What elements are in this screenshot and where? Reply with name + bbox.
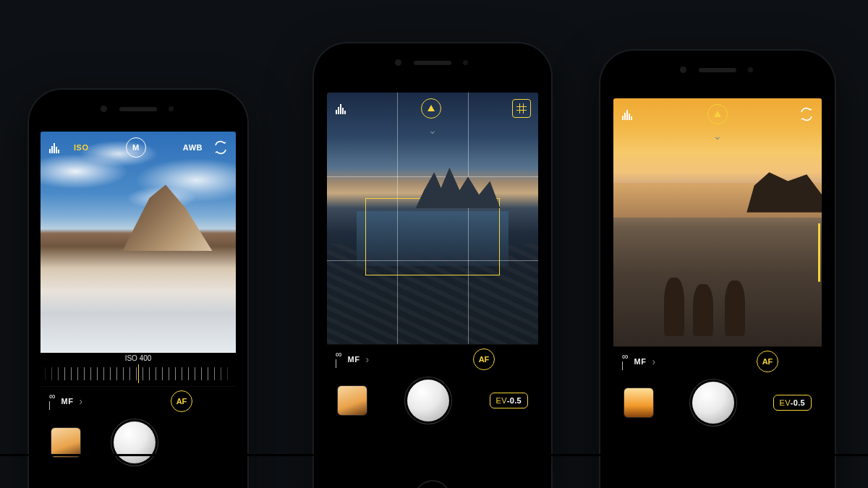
autofocus-button[interactable]: AF — [473, 348, 495, 370]
phone-left: ISO M AWB ISO 400 ∞ — [29, 90, 247, 488]
histogram-icon[interactable] — [48, 140, 64, 155]
last-photo-thumbnail[interactable] — [51, 427, 81, 458]
focus-distance-indicator: ∞ — [622, 352, 629, 371]
exposure-slider[interactable] — [818, 143, 820, 282]
iso-button[interactable]: ISO — [74, 143, 88, 152]
phone-front-camera — [101, 106, 107, 112]
grid-toggle-button[interactable] — [512, 99, 531, 118]
phone-sensor — [169, 106, 174, 111]
awb-button[interactable]: AWB — [183, 143, 203, 152]
viewfinder-topbar: ISO M AWB — [41, 132, 236, 163]
svg-rect-10 — [622, 116, 624, 120]
svg-rect-1 — [51, 146, 53, 153]
phone-front-camera — [395, 59, 401, 66]
focus-row: ∞ MF › AF — [327, 344, 538, 374]
svg-rect-14 — [631, 116, 632, 120]
shutter-button[interactable] — [114, 421, 156, 463]
camera-viewfinder[interactable]: ISO M AWB — [41, 132, 236, 353]
svg-rect-7 — [340, 104, 341, 114]
svg-rect-0 — [49, 149, 51, 153]
svg-rect-3 — [56, 147, 57, 153]
switch-camera-icon[interactable] — [213, 140, 229, 155]
svg-rect-8 — [342, 108, 344, 114]
manual-focus-label[interactable]: MF — [634, 357, 647, 366]
svg-rect-4 — [58, 150, 59, 153]
shutter-button[interactable] — [692, 382, 734, 424]
viewfinder-topbar — [327, 93, 538, 124]
svg-rect-13 — [629, 114, 630, 120]
shutter-row: EV-0.5 — [613, 376, 822, 432]
chevron-right-icon[interactable]: › — [365, 354, 369, 365]
surface-line — [0, 454, 868, 456]
phone-screen: ISO M AWB ISO 400 ∞ — [41, 132, 236, 488]
histogram-icon[interactable] — [621, 106, 637, 122]
last-photo-thumbnail[interactable] — [624, 388, 654, 418]
phone-right: ⌄ ∞ MF › AF EV-0.5 — [600, 51, 835, 488]
viewfinder-topbar — [613, 98, 822, 130]
camera-viewfinder[interactable]: ⌄ — [327, 93, 538, 344]
histogram-icon[interactable] — [334, 100, 350, 116]
svg-rect-11 — [624, 113, 626, 120]
exposure-warning-icon[interactable] — [421, 98, 441, 119]
focus-distance-indicator: ∞ — [336, 350, 342, 369]
focus-row: ∞ MF › AF — [613, 346, 822, 376]
switch-camera-icon[interactable] — [799, 106, 814, 122]
autofocus-button[interactable]: AF — [757, 351, 778, 372]
svg-rect-9 — [344, 111, 346, 114]
chevron-down-icon[interactable]: ⌄ — [428, 124, 437, 136]
chevron-right-icon[interactable]: › — [652, 356, 655, 367]
exposure-value-button[interactable]: EV-0.5 — [490, 393, 528, 408]
phone-earpiece — [414, 61, 451, 65]
phone-front-camera — [680, 67, 686, 73]
last-photo-thumbnail[interactable] — [337, 385, 367, 416]
focus-distance-indicator: ∞ — [49, 392, 56, 411]
mode-button[interactable]: M — [126, 137, 146, 158]
camera-viewfinder[interactable]: ⌄ — [613, 98, 822, 346]
svg-rect-6 — [338, 107, 339, 114]
shutter-row: EV-0.5 — [327, 374, 538, 430]
phone-sensor — [748, 67, 753, 72]
exposure-warning-icon[interactable] — [707, 104, 728, 124]
focus-row: ∞ MF › AF — [41, 386, 236, 416]
manual-focus-label[interactable]: MF — [61, 397, 74, 406]
manual-focus-label[interactable]: MF — [348, 355, 360, 364]
phone-screen: ⌄ ∞ MF › AF EV-0.5 — [613, 98, 822, 488]
phone-earpiece — [119, 107, 157, 111]
chevron-right-icon[interactable]: › — [79, 395, 82, 407]
phone-center: ⌄ ∞ MF › AF EV-0.5 — [314, 43, 551, 488]
iso-slider[interactable]: ISO 400 — [41, 353, 236, 386]
svg-rect-5 — [336, 110, 337, 114]
autofocus-button[interactable]: AF — [171, 390, 192, 412]
svg-rect-12 — [626, 110, 628, 120]
svg-rect-2 — [54, 143, 55, 153]
phone-earpiece — [699, 68, 736, 72]
shutter-button[interactable] — [407, 380, 449, 421]
exposure-value-button[interactable]: EV-0.5 — [773, 395, 812, 411]
shutter-row — [41, 416, 236, 472]
chevron-down-icon[interactable]: ⌄ — [713, 130, 722, 142]
phone-sensor — [463, 60, 468, 65]
phone-screen: ⌄ ∞ MF › AF EV-0.5 — [327, 93, 538, 488]
